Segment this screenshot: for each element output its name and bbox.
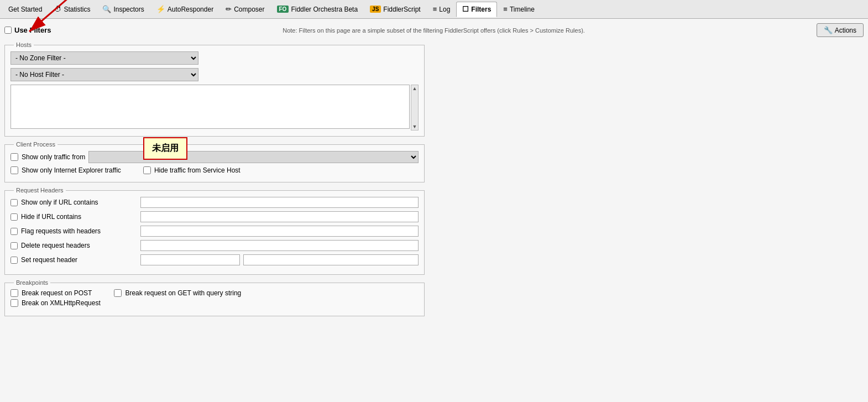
- flag-requests-input[interactable]: [140, 226, 419, 237]
- use-filters-text: Use Filters: [14, 26, 51, 34]
- statistics-label: Statistics: [64, 6, 90, 13]
- delete-headers-input[interactable]: [140, 240, 419, 251]
- scroll-down-arrow[interactable]: ▼: [412, 124, 417, 129]
- set-header-value-input[interactable]: [243, 254, 419, 265]
- break-post-label: Break request on POST: [22, 289, 92, 297]
- hide-url-input[interactable]: [140, 211, 419, 222]
- show-ie-label: Show only Internet Explorer traffic: [22, 166, 121, 174]
- break-post-checkbox[interactable]: [11, 289, 18, 297]
- flag-requests-checkbox[interactable]: [11, 228, 18, 235]
- hosts-textarea-container: ▲ ▼ 未启用: [11, 85, 419, 130]
- zone-filter-dropdown[interactable]: - No Zone Filter - Show only Intranet Ho…: [11, 51, 198, 65]
- log-icon: ≡: [433, 5, 437, 13]
- actions-label: Actions: [835, 27, 856, 34]
- hosts-textarea[interactable]: [11, 85, 410, 129]
- filters-icon: ☐: [462, 5, 469, 13]
- show-url-input[interactable]: [140, 197, 419, 208]
- composer-label: Composer: [234, 6, 264, 13]
- show-url-row: Show only if URL contains: [11, 197, 419, 208]
- hide-url-checkbox[interactable]: [11, 213, 18, 221]
- tab-composer[interactable]: ✏ Composer: [219, 2, 270, 17]
- request-headers-legend: Request Headers: [14, 187, 66, 194]
- set-header-row: Set request header: [11, 254, 419, 265]
- tab-autoresponder[interactable]: ⚡ AutoResponder: [150, 2, 219, 17]
- delete-headers-row: Delete request headers: [11, 240, 419, 251]
- use-filters-label[interactable]: Use Filters: [4, 26, 51, 34]
- log-label: Log: [439, 6, 450, 13]
- show-url-checkbox[interactable]: [11, 199, 18, 206]
- request-headers-section: Request Headers Show only if URL contain…: [4, 187, 425, 275]
- set-header-checkbox[interactable]: [11, 257, 18, 264]
- tab-log[interactable]: ≡ Log: [427, 2, 457, 17]
- tab-timeline[interactable]: ≡ Timeline: [497, 2, 541, 17]
- filters-label: Filters: [471, 6, 491, 13]
- tab-filters[interactable]: ☐ Filters: [456, 2, 497, 17]
- actions-button[interactable]: 🔧 Actions: [817, 23, 864, 37]
- show-traffic-label: Show only traffic from: [22, 153, 85, 161]
- show-url-label: Show only if URL contains: [21, 199, 137, 206]
- hide-service-host-checkbox[interactable]: [143, 166, 151, 174]
- tab-statistics[interactable]: ⏱ Statistics: [48, 2, 96, 17]
- tab-bar: Get Started ⏱ Statistics 🔍 Inspectors ⚡ …: [0, 0, 868, 19]
- ie-service-host-row: Show only Internet Explorer traffic Hide…: [11, 166, 419, 174]
- statistics-icon: ⏱: [54, 5, 61, 13]
- timeline-label: Timeline: [510, 6, 535, 13]
- host-filter-row: - No Host Filter - Hide the following Ho…: [11, 68, 419, 81]
- set-header-label: Set request header: [21, 256, 137, 264]
- show-traffic-row: Show only traffic from: [11, 151, 419, 163]
- break-xml-label: Break on XMLHttpRequest: [22, 299, 101, 307]
- hosts-section: Hosts - No Zone Filter - Show only Intra…: [4, 41, 425, 137]
- hosts-legend: Hosts: [14, 41, 34, 48]
- use-filters-checkbox[interactable]: [4, 27, 12, 34]
- autoresponder-label: AutoResponder: [168, 6, 213, 13]
- break-post-get-row: Break request on POST Break request on G…: [11, 289, 419, 297]
- annotation-box: 未启用: [143, 137, 187, 160]
- tab-inspectors[interactable]: 🔍 Inspectors: [96, 2, 150, 17]
- break-xml-checkbox[interactable]: [11, 299, 18, 307]
- hosts-scrollbar[interactable]: ▲ ▼: [411, 85, 419, 130]
- host-filter-dropdown[interactable]: - No Host Filter - Hide the following Ho…: [11, 68, 198, 81]
- js-icon: JS: [370, 6, 381, 13]
- fiddler-orchestra-label: Fiddler Orchestra Beta: [291, 6, 358, 13]
- breakpoints-legend: Breakpoints: [14, 279, 50, 286]
- inspectors-label: Inspectors: [113, 6, 144, 13]
- zone-filter-row: - No Zone Filter - Show only Intranet Ho…: [11, 51, 419, 65]
- get-started-label: Get Started: [8, 6, 42, 13]
- hide-url-label: Hide if URL contains: [21, 213, 137, 221]
- hide-service-host-label: Hide traffic from Service Host: [154, 166, 240, 174]
- scroll-up-arrow[interactable]: ▲: [412, 86, 417, 91]
- top-bar: Use Filters Note: Filters on this page a…: [4, 23, 864, 37]
- fiddlerscript-label: FiddlerScript: [383, 6, 420, 13]
- break-get-row: Break request on GET with query string: [114, 289, 241, 297]
- process-dropdown[interactable]: [88, 151, 419, 163]
- client-process-legend: Client Process: [14, 141, 57, 148]
- inspectors-icon: 🔍: [102, 5, 111, 13]
- composer-icon: ✏: [226, 5, 232, 13]
- delete-headers-checkbox[interactable]: [11, 242, 18, 249]
- flag-requests-label: Flag requests with headers: [21, 227, 137, 235]
- show-traffic-checkbox[interactable]: [11, 153, 18, 161]
- fo-icon: FO: [277, 6, 289, 13]
- tab-fiddler-orchestra[interactable]: FO Fiddler Orchestra Beta: [271, 2, 364, 17]
- break-get-checkbox[interactable]: [114, 289, 122, 297]
- break-get-label: Break request on GET with query string: [125, 289, 241, 297]
- hide-service-host-row: Hide traffic from Service Host: [143, 166, 240, 174]
- set-header-name-input[interactable]: [140, 254, 240, 265]
- flag-requests-row: Flag requests with headers: [11, 226, 419, 237]
- note-text: Note: Filters on this page are a simple …: [62, 27, 805, 34]
- autoresponder-icon: ⚡: [156, 5, 165, 13]
- hide-url-row: Hide if URL contains: [11, 211, 419, 222]
- tab-fiddlerscript[interactable]: JS FiddlerScript: [364, 2, 427, 17]
- annotation-text: 未启用: [152, 143, 179, 153]
- delete-headers-label: Delete request headers: [21, 242, 137, 249]
- actions-icon: 🔧: [824, 26, 833, 34]
- timeline-icon: ≡: [503, 5, 508, 13]
- show-ie-checkbox[interactable]: [11, 166, 18, 174]
- main-content: Use Filters Note: Filters on this page a…: [0, 19, 868, 402]
- show-ie-row: Show only Internet Explorer traffic: [11, 166, 121, 174]
- break-xml-row: Break on XMLHttpRequest: [11, 299, 419, 307]
- break-post-row: Break request on POST: [11, 289, 92, 297]
- client-process-section: Client Process Show only traffic from Sh…: [4, 141, 425, 182]
- breakpoints-section: Breakpoints Break request on POST Break …: [4, 279, 425, 316]
- tab-get-started[interactable]: Get Started: [2, 2, 48, 17]
